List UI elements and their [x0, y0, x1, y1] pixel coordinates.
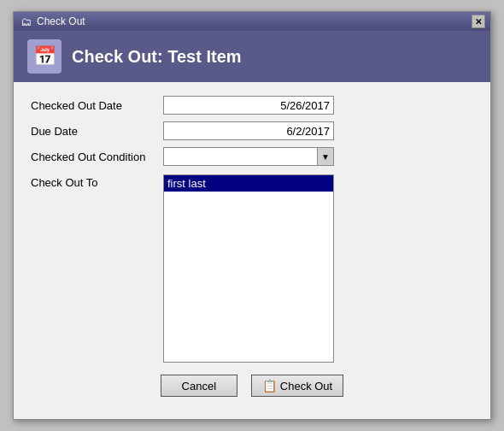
checked-out-date-label: Checked Out Date: [31, 99, 163, 112]
checkout-label: Check Out: [280, 380, 332, 393]
checked-out-date-input[interactable]: [163, 96, 334, 115]
checkout-to-section: Check Out To first last: [31, 174, 473, 363]
title-bar-left: 🗂 Check Out: [19, 15, 85, 28]
cancel-label: Cancel: [182, 380, 216, 393]
due-date-label: Due Date: [31, 125, 163, 138]
condition-select[interactable]: Good Fair Poor Damaged: [163, 147, 334, 166]
header-icon: 📅: [27, 39, 62, 74]
checked-out-date-row: Checked Out Date: [31, 96, 473, 115]
form-content: Checked Out Date Due Date Checked Out Co…: [14, 82, 490, 419]
due-date-row: Due Date: [31, 121, 473, 140]
dialog-header: 📅 Check Out: Test Item: [14, 31, 490, 82]
due-date-input[interactable]: [163, 121, 334, 140]
condition-row: Checked Out Condition Good Fair Poor Dam…: [31, 147, 473, 166]
checkout-icon: 📋: [262, 379, 277, 393]
checkout-to-item[interactable]: first last: [164, 175, 333, 192]
condition-label: Checked Out Condition: [31, 151, 163, 163]
cancel-button[interactable]: Cancel: [161, 375, 237, 397]
close-button[interactable]: ✕: [472, 15, 485, 28]
condition-select-wrapper: Good Fair Poor Damaged ▼: [163, 147, 334, 166]
window-icon: 🗂: [19, 15, 32, 28]
checkout-dialog: 🗂 Check Out ✕ 📅 Check Out: Test Item Che…: [13, 11, 491, 420]
title-bar-text: Check Out: [37, 15, 85, 27]
dialog-title: Check Out: Test Item: [72, 47, 242, 67]
button-row: Cancel 📋 Check Out: [31, 363, 473, 405]
checkout-to-label: Check Out To: [31, 174, 163, 363]
title-bar: 🗂 Check Out ✕: [14, 12, 490, 31]
checkout-to-list[interactable]: first last: [163, 174, 334, 363]
checkout-button[interactable]: 📋 Check Out: [251, 375, 343, 397]
